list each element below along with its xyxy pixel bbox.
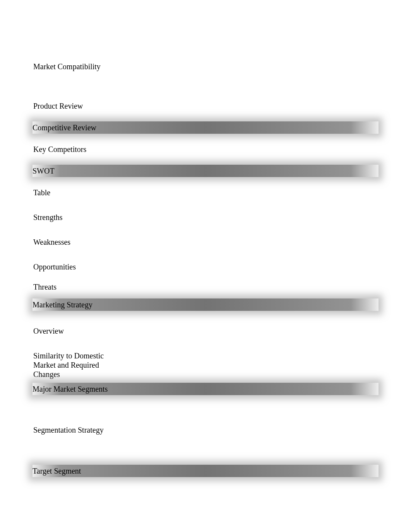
text-segmentation-strategy: Segmentation Strategy — [33, 425, 378, 435]
text-table: Table — [33, 188, 378, 197]
line-1: Similarity to Domestic — [33, 351, 104, 360]
text-overview: Overview — [33, 326, 378, 336]
text-key-competitors: Key Competitors — [33, 145, 378, 154]
text-strengths: Strengths — [33, 213, 378, 222]
document-page: Market Compatibility Product Review Comp… — [0, 0, 411, 477]
text-opportunities: Opportunities — [33, 262, 378, 271]
text-similarity-domestic: Similarity to Domestic Market and Requir… — [33, 351, 115, 379]
text-weaknesses: Weaknesses — [33, 237, 378, 247]
heading-major-market-segments: Major Market Segments — [33, 383, 378, 395]
line-2: Market and Required — [33, 361, 99, 369]
text-product-review: Product Review — [33, 101, 378, 111]
heading-target-segment: Target Segment — [33, 465, 378, 477]
line-3: Changes — [33, 370, 60, 379]
text-market-compatibility: Market Compatibility — [33, 62, 378, 71]
heading-competitive-review: Competitive Review — [33, 121, 378, 134]
text-threats: Threats — [33, 282, 378, 292]
heading-marketing-strategy: Marketing Strategy — [33, 298, 378, 311]
heading-swot: SWOT — [33, 165, 378, 177]
